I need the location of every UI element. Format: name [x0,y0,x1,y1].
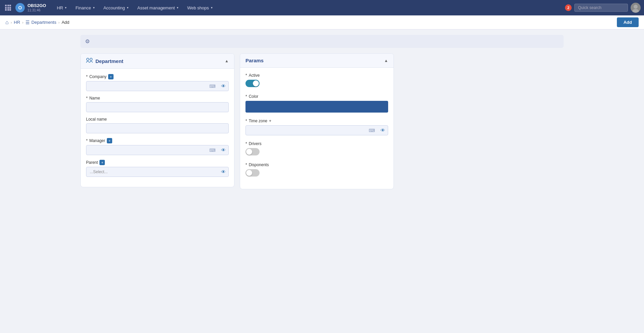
parent-label: Parent + [86,160,229,165]
svg-rect-4 [7,7,9,9]
svg-rect-2 [9,5,11,6]
breadcrumb-add: Add [62,20,69,25]
svg-rect-3 [5,7,7,9]
svg-rect-8 [9,9,11,11]
parent-field: Parent + ...Select... 👁 [86,160,229,177]
disponents-label: * Disponents [245,162,388,167]
department-icon [86,58,93,64]
nav-menu: HR ▾ Finance ▾ Accounting ▾ Asset manage… [53,3,564,12]
active-label: * Active [245,73,388,78]
svg-point-10 [632,9,639,13]
gear-icon[interactable]: ⚙ [85,38,90,45]
finance-caret-icon: ▾ [93,6,95,9]
web-shops-caret-icon: ▾ [211,6,213,9]
color-input[interactable]: #336699 [245,101,388,113]
color-label: * Color [245,94,388,99]
company-input-wrapper: ⌨ 👁 [86,81,229,91]
breadcrumb-departments[interactable]: ☰ Departments [25,20,56,25]
active-field: * Active [245,73,388,88]
app-logo: O OBS2GO 11:31:46 [15,3,46,12]
active-toggle-track [245,80,260,87]
breadcrumb-sep-3: › [58,20,60,24]
breadcrumb-sep-2: › [22,20,23,24]
disponents-toggle[interactable] [245,169,260,177]
params-card-header: Params ▲ [240,54,393,68]
company-keyboard-icon[interactable]: ⌨ [207,84,218,89]
svg-rect-5 [9,7,11,9]
timezone-input-wrapper: ⌨ 👁 [245,125,388,135]
manager-input[interactable] [86,145,207,155]
params-card-body: * Active * [240,68,393,189]
active-toggle[interactable] [245,80,260,87]
local-name-label: Local name [86,117,229,122]
manager-eye-icon[interactable]: 👁 [218,147,228,153]
active-toggle-thumb [253,80,259,86]
add-button[interactable]: Add [617,17,639,27]
svg-point-9 [634,5,638,9]
timezone-input[interactable] [246,126,366,135]
name-input[interactable] [86,103,228,112]
company-eye-icon[interactable]: 👁 [218,83,228,89]
company-input[interactable] [86,81,207,91]
parent-add-icon[interactable]: + [99,160,105,165]
main-content: ⚙ Department ▲ [0,29,644,195]
name-label: * Name [86,96,229,101]
params-card-title: Params [245,58,264,63]
timezone-field: * Time zone + ⌨ 👁 [245,119,388,135]
quick-search-input[interactable] [574,4,628,12]
hr-caret-icon: ▾ [65,6,67,9]
svg-rect-0 [5,5,7,6]
settings-bar: ⚙ [80,35,564,48]
svg-point-11 [87,58,89,61]
local-name-input[interactable] [86,124,228,133]
local-name-field: Local name [86,117,229,133]
breadcrumb-hr[interactable]: HR [14,20,20,25]
color-field: * Color #336699 [245,94,388,113]
parent-eye-icon[interactable]: 👁 [218,169,228,175]
disponents-toggle-track [245,169,260,177]
accounting-caret-icon: ▾ [127,6,129,9]
nav-item-accounting[interactable]: Accounting ▾ [99,3,133,12]
nav-item-finance[interactable]: Finance ▾ [71,3,98,12]
timezone-label: * Time zone + [245,119,388,123]
topnav-right: 2 [565,3,641,13]
nav-item-hr[interactable]: HR ▾ [53,3,71,12]
manager-label: * Manager + [86,138,229,143]
svg-rect-7 [7,9,9,11]
app-name: OBS2GO [27,3,46,8]
local-name-input-wrapper [86,123,229,133]
drivers-field: * Drivers [245,141,388,156]
disponents-field: * Disponents [245,162,388,178]
company-field: * Company + ⌨ 👁 [86,74,229,91]
disponents-toggle-thumb [246,170,252,176]
nav-item-asset-management[interactable]: Asset management ▾ [133,3,183,12]
logo-text: OBS2GO 11:31:46 [27,3,46,12]
timezone-add-icon[interactable]: + [269,119,271,123]
timezone-eye-icon[interactable]: 👁 [378,128,388,133]
department-card-title: Department [86,58,123,64]
department-card: Department ▲ * Company + ⌨ 👁 [80,53,234,187]
company-add-icon[interactable]: + [108,74,114,79]
parent-select-placeholder: ...Select... [86,167,218,177]
manager-add-icon[interactable]: + [107,138,112,143]
top-navigation: O OBS2GO 11:31:46 HR ▾ Finance ▾ Account… [0,0,644,15]
breadcrumb: ⌂ › HR › ☰ Departments › Add Add [0,15,644,29]
params-collapse-icon[interactable]: ▲ [384,58,388,63]
app-time: 11:31:46 [27,8,46,12]
timezone-keyboard-icon[interactable]: ⌨ [366,128,378,133]
nav-item-web-shops[interactable]: Web shops ▾ [183,3,217,12]
user-avatar[interactable] [631,3,641,13]
drivers-toggle-track [245,148,260,155]
manager-keyboard-icon[interactable]: ⌨ [207,148,218,153]
drivers-label: * Drivers [245,141,388,146]
breadcrumb-home-icon[interactable]: ⌂ [5,19,9,25]
apps-grid-button[interactable] [3,3,13,12]
department-card-header: Department ▲ [81,54,234,69]
manager-field: * Manager + ⌨ 👁 [86,138,229,155]
company-label: * Company + [86,74,229,79]
name-field: * Name [86,96,229,112]
department-collapse-icon[interactable]: ▲ [225,59,229,63]
asset-management-caret-icon: ▾ [177,6,178,9]
drivers-toggle[interactable] [245,148,260,155]
notification-badge[interactable]: 2 [565,4,572,11]
